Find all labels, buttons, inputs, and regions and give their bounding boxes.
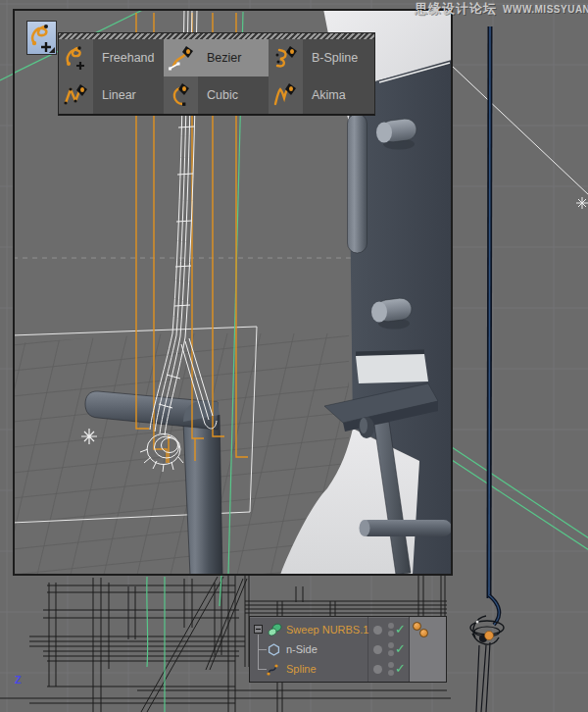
freehand-spline-tool-button[interactable]: [26, 21, 57, 55]
axis-label-z: Z: [15, 674, 22, 686]
object-name[interactable]: Spline: [286, 659, 317, 679]
object-row-sweep-nurbs[interactable]: Sweep NURBS.1 ✓: [250, 620, 446, 639]
menu-item-cubic[interactable]: Cubic: [164, 76, 269, 114]
object-name[interactable]: Sweep NURBS.1: [286, 620, 368, 639]
menu-item-bezier[interactable]: Bezier: [164, 39, 269, 76]
layer-dot[interactable]: [373, 626, 382, 635]
enabled-check-icon[interactable]: ✓: [395, 639, 409, 658]
akima-spline-icon: [269, 76, 303, 114]
object-manager-panel: Sweep NURBS.1 ✓ n-Side ✓ Spline ✓: [249, 616, 447, 683]
enabled-check-icon[interactable]: ✓: [395, 620, 409, 638]
menu-item-akima[interactable]: Akima: [269, 76, 373, 114]
board-cutout: [356, 354, 428, 383]
menu-item-linear[interactable]: Linear: [59, 76, 164, 114]
selected-point-handle[interactable]: [485, 632, 494, 640]
b-spline-icon: [269, 39, 303, 76]
flyout-indicator: [49, 47, 55, 53]
menu-item-freehand[interactable]: Freehand: [59, 39, 164, 76]
spline-tool-menu: Freehand Bezier B-S: [58, 32, 375, 116]
menu-item-label: Bezier: [198, 51, 241, 65]
spline-icon: [267, 662, 280, 676]
render-visibility-dot[interactable]: [388, 650, 394, 656]
application-window: { "watermark": { "site_cn": "思缘设计论坛", "s…: [0, 0, 588, 712]
material-tag-icon[interactable]: [419, 629, 428, 637]
enabled-check-icon[interactable]: ✓: [395, 659, 409, 678]
editor-visibility-dot[interactable]: [388, 623, 394, 629]
watermark-site-name: 思缘设计论坛: [415, 0, 497, 18]
collapse-toggle-icon[interactable]: [254, 625, 263, 634]
render-visibility-dot[interactable]: [388, 631, 394, 636]
menu-item-label: Cubic: [198, 88, 238, 102]
watermark-site-url: WWW.MISSYUAN.COM: [503, 4, 588, 15]
n-side-icon: [268, 643, 280, 656]
cubic-spline-icon: [164, 76, 198, 114]
bezier-spline-icon: [164, 39, 198, 76]
editor-visibility-dot[interactable]: [388, 662, 394, 668]
menu-item-label: Freehand: [93, 51, 155, 65]
menu-item-label: Akima: [303, 88, 346, 102]
menu-item-label: B-Spline: [303, 51, 358, 65]
linear-spline-icon: [59, 76, 93, 114]
menu-item-b-spline[interactable]: B-Spline: [269, 39, 373, 76]
menu-item-label: Linear: [93, 88, 136, 102]
sweep-nurbs-icon: [268, 623, 282, 637]
render-visibility-dot[interactable]: [388, 670, 394, 676]
layer-dot[interactable]: [373, 645, 382, 654]
freehand-spline-icon: [59, 39, 93, 76]
editor-visibility-dot[interactable]: [388, 642, 394, 648]
object-row-spline[interactable]: Spline ✓: [250, 659, 446, 679]
watermark: 思缘设计论坛 WWW.MISSYUAN.COM: [415, 0, 588, 18]
layer-dot[interactable]: [373, 665, 382, 674]
horizontal-tube: [360, 520, 452, 536]
object-name[interactable]: n-Side: [286, 639, 318, 659]
object-row-n-side[interactable]: n-Side ✓: [250, 639, 446, 659]
